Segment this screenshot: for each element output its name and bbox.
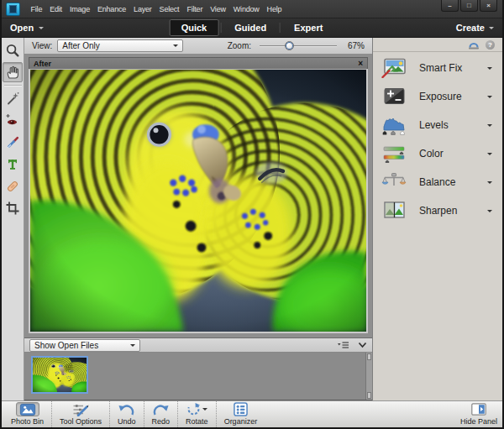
tab-guided[interactable]: Guided [223, 19, 278, 36]
zoom-tool[interactable] [3, 40, 23, 60]
view-label: View: [32, 41, 52, 50]
red-eye-removal-tool[interactable] [3, 111, 23, 131]
chevron-down-icon [487, 181, 492, 186]
exposure-icon [381, 86, 407, 107]
zoom-slider-thumb[interactable] [285, 41, 294, 50]
tool-options-button[interactable]: Tool Options [51, 401, 109, 427]
color-icon [381, 144, 407, 164]
app-window: File Edit Image Enhance Layer Select Fil… [0, 0, 504, 429]
hand-icon [5, 65, 20, 80]
redo-icon [152, 402, 169, 416]
image-frame-header: After × [29, 57, 368, 69]
menu-view[interactable]: View [207, 0, 230, 18]
help-icon[interactable]: ? [486, 40, 495, 50]
menu-edit[interactable]: Edit [46, 0, 66, 18]
options-bar: View: After Only Zoom: 67% [24, 38, 372, 55]
adjustment-sharpen[interactable]: Sharpen [373, 196, 502, 225]
undo-button[interactable]: Undo [109, 401, 144, 427]
zoom-slider-track [260, 45, 337, 47]
tab-separator [220, 23, 221, 33]
open-button[interactable]: Open [10, 23, 44, 33]
photo-bin-header: Show Open Files [24, 337, 372, 353]
menu-select[interactable]: Select [155, 0, 183, 18]
spot-healing-brush-tool[interactable] [3, 176, 23, 196]
bin-menu-button[interactable] [337, 341, 349, 349]
adjustment-label: Balance [419, 176, 487, 188]
open-file-thumbnail[interactable] [31, 356, 88, 394]
adjustment-label: Levels [419, 119, 487, 131]
adjustments-panel: ? Smart Fix [372, 38, 502, 400]
menu-file[interactable]: File [27, 0, 46, 18]
adjustment-label: Smart Fix [419, 62, 487, 74]
action-bar: Open Quick Guided Expert Create [2, 18, 502, 38]
close-icon[interactable]: × [358, 60, 363, 68]
crop-icon [5, 201, 20, 216]
bin-scrollbar[interactable] [365, 353, 372, 400]
tool-palette [2, 38, 24, 400]
chevron-down-icon [487, 210, 492, 215]
bin-collapse-button[interactable] [358, 342, 367, 348]
adjustment-label: Color [419, 148, 487, 160]
adjustment-label: Exposure [419, 91, 487, 102]
chevron-down-icon [487, 153, 492, 158]
menu-image[interactable]: Image [66, 0, 93, 18]
hide-panel-button[interactable]: Hide Panel [453, 401, 501, 427]
taskbar-label: Rotate [186, 417, 208, 426]
redo-button[interactable]: Redo [144, 401, 178, 427]
maximize-button[interactable]: □ [460, 0, 478, 12]
adjustment-exposure[interactable]: Exposure [373, 82, 502, 111]
adjustment-balance[interactable]: Balance [373, 168, 502, 196]
photo-canvas[interactable] [29, 69, 368, 333]
titlebar: File Edit Image Enhance Layer Select Fil… [2, 0, 502, 18]
view-dropdown[interactable]: After Only [57, 39, 183, 52]
menu-layer[interactable]: Layer [130, 0, 156, 18]
show-open-files-dropdown[interactable]: Show Open Files [29, 339, 140, 352]
adjustment-color[interactable]: Color [373, 139, 502, 168]
reset-icon[interactable] [468, 40, 480, 50]
menu-enhance[interactable]: Enhance [93, 0, 129, 18]
chevron-down-icon [130, 344, 135, 349]
crop-tool[interactable] [3, 198, 23, 218]
levels-icon [381, 115, 407, 135]
chevron-down-icon [202, 408, 207, 413]
minimize-button[interactable]: – [441, 0, 459, 12]
menu-window[interactable]: Window [229, 0, 263, 18]
chevron-down-icon [358, 342, 367, 348]
taskbar: Photo Bin Tool Options [2, 400, 502, 427]
taskbar-label: Hide Panel [460, 417, 497, 426]
frame-label: After [34, 60, 51, 68]
quick-selection-tool[interactable] [3, 89, 23, 109]
create-button[interactable]: Create [456, 23, 494, 33]
adjustments-list: Smart Fix Exposure [373, 52, 502, 225]
whiten-teeth-tool[interactable] [3, 133, 23, 153]
brush-icon [5, 135, 20, 150]
menu-help[interactable]: Help [263, 0, 286, 18]
editor-center: View: After Only Zoom: 67% After × [24, 38, 372, 400]
taskbar-label: Redo [152, 417, 171, 426]
menu-filter[interactable]: Filter [183, 0, 207, 18]
bandaid-icon [5, 179, 20, 194]
photo-bin-button[interactable]: Photo Bin [3, 401, 51, 427]
window-controls: – □ × [441, 0, 497, 12]
menubar: File Edit Image Enhance Layer Select Fil… [27, 0, 286, 18]
close-button[interactable]: × [480, 0, 497, 12]
canvas-area: After × [24, 55, 372, 337]
taskbar-label: Undo [118, 417, 136, 426]
adjustment-levels[interactable]: Levels [373, 111, 502, 139]
tab-separator [280, 23, 281, 33]
undo-icon [118, 402, 135, 416]
organizer-button[interactable]: Organizer [216, 401, 265, 427]
hand-tool[interactable] [3, 62, 23, 82]
red-eye-icon [5, 113, 20, 128]
zoom-slider[interactable] [260, 41, 337, 51]
adjustment-smart-fix[interactable]: Smart Fix [373, 54, 502, 82]
tool-separator [4, 85, 22, 86]
budgerigars-photo [30, 70, 366, 332]
mode-tabs: Quick Guided Expert [170, 18, 335, 37]
chevron-down-icon [487, 67, 492, 72]
type-tool[interactable] [3, 154, 23, 175]
tab-quick[interactable]: Quick [170, 19, 219, 36]
rotate-button[interactable]: Rotate [177, 401, 216, 427]
zoom-value: 67% [343, 41, 365, 50]
tab-expert[interactable]: Expert [282, 19, 334, 36]
